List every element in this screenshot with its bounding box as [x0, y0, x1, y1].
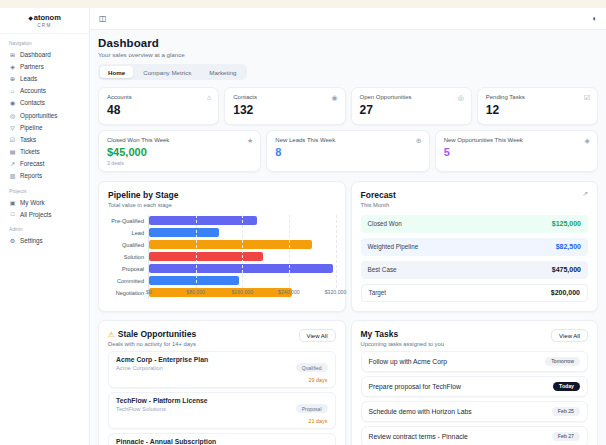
stat-card-open-opportunities: Open Opportunities 27 ◎ [351, 87, 472, 125]
bottom-row: ⚠Stale Opportunities Deals with no activ… [98, 320, 598, 445]
dashboard-tabs: Home Company Metrics Marketing [98, 64, 247, 80]
sidebar-item-my-work[interactable]: ▣My Work [0, 196, 89, 208]
sidebar-item-label: Dashboard [20, 51, 51, 58]
sidebar-item-leads[interactable]: ⊕Leads [0, 72, 89, 84]
sidebar-item-label: All Projects [20, 211, 52, 218]
sidebar-item-dashboard[interactable]: ⊞Dashboard [0, 48, 89, 60]
sidebar-item-tasks[interactable]: ☑Tasks [0, 133, 89, 145]
opportunity-name: TechFlow - Platform License [116, 397, 208, 404]
bar-lead [149, 228, 219, 237]
task-item-review-contract[interactable]: Review contract terms - Pinnacle Feb 27 [361, 426, 589, 445]
sidebar-toggle-icon[interactable]: ◫ [99, 15, 107, 23]
card-value: 8 [275, 146, 420, 158]
stale-days: 29 days [296, 377, 328, 383]
warning-icon: ⚠ [108, 330, 115, 339]
sidebar-item-all-projects[interactable]: □All Projects [0, 208, 89, 220]
stat-card-contacts: Contacts 132 ◉ [224, 87, 345, 125]
sidebar-item-reports[interactable]: ▥Reports [0, 170, 89, 182]
sidebar-item-label: Tickets [20, 148, 40, 155]
y-tick-label: Qualified [108, 239, 148, 251]
task-name: Follow up with Acme Corp [369, 358, 448, 365]
card-closed-won-week: Closed Won This Week $45,000 3 deals ★ [98, 130, 261, 172]
opportunities-icon: ◎ [9, 112, 16, 119]
sidebar-item-label: Reports [20, 172, 42, 179]
stale-item-techflow[interactable]: TechFlow - Platform License TechFlow Sol… [108, 392, 336, 429]
due-badge-today: Today [553, 382, 580, 391]
stat-label: Open Opportunities [360, 94, 463, 100]
forecast-rows: Closed Won $125,000 Weighted Pipeline $8… [361, 215, 589, 302]
opportunity-name: Pinnacle - Annual Subscription [116, 438, 216, 445]
users-icon: ◉ [331, 94, 337, 102]
gear-icon: ⚙ [9, 237, 16, 244]
tasks-view-all-button[interactable]: View All [551, 329, 588, 342]
dashboard-icon: ⊞ [9, 51, 16, 58]
card-label: New Leads This Week [275, 137, 420, 143]
sidebar-item-contacts[interactable]: ◉Contacts [0, 97, 89, 109]
forecast-value: $475,000 [552, 266, 581, 273]
forecast-value: $200,000 [551, 289, 580, 296]
forecast-label: Weighted Pipeline [368, 243, 419, 250]
contacts-icon: ◉ [9, 99, 16, 106]
chart-plot-area: $0 $80,000 $160,000 $240,000 $320,000 [148, 215, 336, 299]
stat-cards-row: Accounts 48 ⌂ Contacts 132 ◉ Open Opport… [98, 87, 598, 125]
page-title: Dashboard [98, 37, 598, 49]
panel-subtitle: Total value in each stage [108, 202, 336, 208]
page-subtitle: Your sales overview at a glance [98, 51, 598, 58]
card-value: $45,000 [107, 146, 252, 158]
chart-y-axis-labels: Pre-Qualified Lead Qualified Solution Pr… [108, 215, 148, 299]
stale-view-all-button[interactable]: View All [299, 329, 336, 342]
sidebar-item-accounts[interactable]: ⌂Accounts [0, 85, 89, 97]
stat-card-pending-tasks: Pending Tasks 12 ☑ [477, 87, 598, 125]
panel-title: Forecast [361, 190, 589, 200]
x-tick-label: $0 [146, 289, 152, 295]
gridline [196, 215, 197, 288]
y-tick-label: Negotiation [108, 287, 148, 299]
sidebar-item-opportunities[interactable]: ◎Opportunities [0, 109, 89, 121]
tab-company-metrics[interactable]: Company Metrics [135, 66, 199, 78]
main-content: Dashboard Your sales overview at a glanc… [90, 30, 606, 445]
x-tick-label: $320,000 [325, 289, 347, 295]
forecast-label: Target [369, 289, 387, 296]
task-item-prepare-proposal[interactable]: Prepare proposal for TechFlow Today [361, 376, 589, 397]
bar-proposal [149, 264, 333, 273]
task-item-schedule-demo[interactable]: Schedule demo with Horizon Labs Feb 25 [361, 401, 589, 422]
tab-marketing[interactable]: Marketing [201, 66, 244, 78]
sidebar-item-label: Tasks [20, 136, 36, 143]
card-label: Closed Won This Week [107, 137, 252, 143]
tickets-icon: ▤ [9, 148, 16, 155]
task-name: Review contract terms - Pinnacle [369, 433, 468, 440]
sidebar-item-settings[interactable]: ⚙Settings [0, 234, 89, 246]
sidebar-item-partners[interactable]: ◈Partners [0, 60, 89, 72]
stat-label: Pending Tasks [486, 94, 589, 100]
stale-item-pinnacle[interactable]: Pinnacle - Annual Subscription Pinnacle … [108, 433, 336, 445]
forecast-label: Closed Won [368, 220, 402, 227]
stage-badge: Proposal [296, 404, 328, 413]
forecast-row-best-case: Best Case $475,000 [361, 261, 589, 279]
sparkle-icon: ◈ [585, 137, 590, 145]
forecast-row-closed-won: Closed Won $125,000 [361, 215, 589, 233]
checklist-icon: ☑ [584, 94, 590, 102]
tab-home[interactable]: Home [100, 66, 133, 78]
task-item-follow-up-acme[interactable]: Follow up with Acme Corp Tomorrow [361, 351, 589, 372]
stat-label: Accounts [107, 94, 210, 100]
opportunity-name: Acme Corp - Enterprise Plan [116, 356, 208, 363]
bar-qualified [149, 240, 312, 249]
briefcase-icon: ▣ [9, 199, 16, 206]
trophy-icon: ★ [247, 137, 253, 145]
due-badge: Tomorrow [545, 357, 580, 366]
due-badge: Feb 25 [552, 407, 580, 416]
stale-item-acme[interactable]: Acme Corp - Enterprise Plan Acme Corpora… [108, 351, 336, 388]
theme-toggle-icon[interactable]: ◐ [592, 15, 597, 23]
sidebar-item-forecast[interactable]: ↗Forecast [0, 158, 89, 170]
bar-solution [149, 252, 263, 261]
stat-card-accounts: Accounts 48 ⌂ [98, 87, 219, 125]
card-new-opportunities-week: New Opportunities This Week 5 ◈ [435, 130, 598, 172]
tasks-icon: ☑ [9, 136, 16, 143]
stat-value: 27 [360, 103, 463, 117]
forecast-row-weighted-pipeline: Weighted Pipeline $82,500 [361, 238, 589, 256]
sidebar-item-label: Partners [20, 63, 44, 70]
panel-title: Pipeline by Stage [108, 190, 336, 200]
sidebar-item-tickets[interactable]: ▤Tickets [0, 146, 89, 158]
sidebar-item-pipeline[interactable]: ▽Pipeline [0, 121, 89, 133]
y-tick-label: Lead [108, 227, 148, 239]
